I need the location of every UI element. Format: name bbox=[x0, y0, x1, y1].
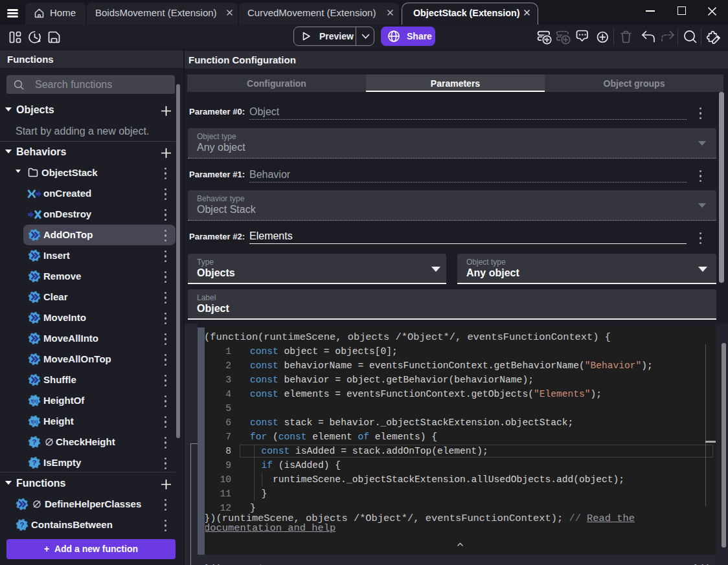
svg-text:f(x): f(x) bbox=[31, 399, 38, 404]
svg-text:?: ? bbox=[19, 521, 24, 529]
svg-text:f(x): f(x) bbox=[31, 419, 38, 425]
svg-text:?: ? bbox=[32, 438, 36, 446]
svg-text:?: ? bbox=[32, 459, 36, 467]
